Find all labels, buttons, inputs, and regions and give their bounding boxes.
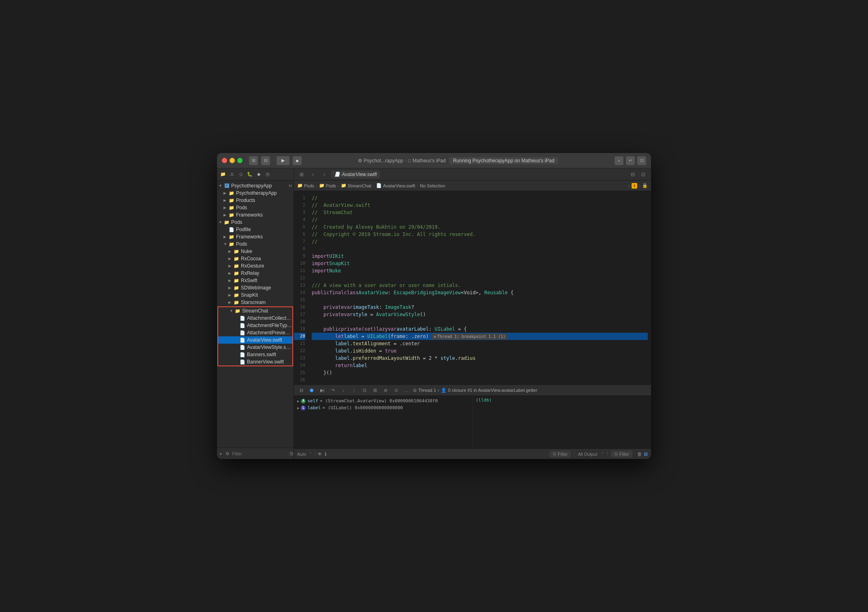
info-icon[interactable]: ℹ (325, 451, 327, 457)
tree-item-banners[interactable]: ▶ 📄 Banners.swift (218, 351, 292, 358)
tree-item-rxgesture[interactable]: ▶ 📁 RxGesture (217, 262, 294, 270)
debug-breadcrumb: ⊙ Thread 1 › 👤 0 closure #1 in AvatarVie… (413, 388, 537, 393)
back-btn[interactable]: ‹ (308, 170, 317, 179)
line-num-16: 16 (294, 304, 305, 311)
panel-icon[interactable]: ⊟ (261, 156, 270, 165)
tree-item-pods-root[interactable]: ▼ 📁 Pods (217, 219, 294, 226)
step-into-btn[interactable]: ↓ (339, 386, 347, 394)
minimize-button[interactable] (230, 158, 235, 163)
add-item-icon[interactable]: + (219, 450, 222, 457)
forward-nav-icon[interactable]: › (639, 183, 640, 189)
add-button[interactable]: + (615, 156, 623, 165)
tree-item-rxswift[interactable]: ▶ 📁 RxSwift (217, 277, 294, 284)
var-name-self: self (307, 398, 318, 404)
split-view-btn[interactable]: ⊟ (628, 170, 637, 179)
fullscreen-button[interactable] (237, 158, 243, 163)
editor-area: ⊞ ‹ › 📄 AvatarView.swift ⊟ ⊡ 📁 Pods (294, 168, 651, 459)
item-label: Pods (236, 205, 294, 210)
line-num-8: 8 (294, 245, 305, 253)
code-line-6: // Copyright © 2019 Stream.io Inc. All r… (312, 231, 648, 238)
line-num-25: 25 (294, 369, 305, 376)
sep3: › (373, 183, 374, 188)
editor-tab-avatarview[interactable]: 📄 AvatarView.swift (331, 170, 380, 178)
breakpoint-btn[interactable]: ⬟ (308, 386, 316, 394)
stop-button[interactable]: ■ (293, 156, 302, 165)
tree-item-rxcocoa[interactable]: ▶ 📁 RxCocoa (217, 255, 294, 262)
split-console-icon[interactable]: ⊞ (644, 451, 648, 457)
run-button[interactable]: ▶ (277, 156, 289, 165)
bottom-filter2[interactable]: ⊙ Filter (611, 450, 632, 457)
debug-mem-btn[interactable]: ⊡ (360, 386, 368, 394)
tree-item-streamchat[interactable]: ▼ 📁 StreamChat (218, 307, 292, 314)
trash-icon[interactable]: 🗑 (637, 451, 642, 457)
tree-item-attachmentpreview[interactable]: ▶ 📄 AttachmentPreview.s... (218, 329, 292, 336)
tree-item-psychotherapyapp[interactable]: ▶ 📁 PsychotherapyApp (217, 189, 294, 197)
var-value-self: = (StreamChat.AvatarView) 0x000000010644… (320, 398, 438, 404)
item-label: AvatarView.swift (247, 337, 292, 343)
arrow: ▶ (228, 300, 233, 304)
expand-arrow: ▼ (219, 184, 223, 188)
app-icon: ⚙ (358, 158, 362, 164)
tree-item-frameworks2[interactable]: ▶ 📁 Frameworks (217, 233, 294, 240)
tree-item-pods-nested[interactable]: ▼ 📁 Pods (217, 240, 294, 248)
tree-root[interactable]: ▼ 🅿 PsychotherapyApp M (217, 182, 294, 189)
debug-sim-btn[interactable]: ⊞ (371, 386, 379, 394)
code-line-23: label.preferredMaxLayoutWidth = 2 * styl… (312, 355, 648, 362)
code-line-9: import UIKit (312, 253, 648, 260)
tree-item-bannerview[interactable]: ▶ 📄 BannerView.swift (218, 358, 292, 366)
item-label: RxSwift (241, 278, 294, 283)
line-num-7: 7 (294, 238, 305, 245)
grid-view-btn[interactable]: ⊞ (297, 170, 306, 179)
warning-icon[interactable]: ⚠ (228, 171, 236, 178)
sep4: › (417, 183, 419, 188)
code-line-16: private var imageTask: ImageTask? (312, 304, 648, 311)
sidebar-toggle-icon[interactable]: ⊞ (249, 156, 258, 165)
test-icon[interactable]: ◇ (237, 171, 245, 178)
debug-icon[interactable]: 🐛 (246, 171, 253, 178)
tree-item-avatarviewstyle[interactable]: ▶ 📄 AvatarViewStyle.swift (218, 344, 292, 351)
code-editor[interactable]: 1 2 3 4 5 6 7 8 9 10 11 12 13 14 15 16 1 (294, 191, 651, 385)
folder-icon[interactable]: 📁 (219, 171, 227, 178)
tree-item-attachmentfiletype[interactable]: ▶ 📄 AttachmentFileType+E... (218, 322, 292, 329)
tree-item-rxrelay[interactable]: ▶ 📁 RxRelay (217, 270, 294, 277)
back-forward-icon[interactable]: ↵ (626, 156, 635, 165)
layout-debug-btn[interactable]: ⊟ (297, 386, 305, 394)
step-out-btn[interactable]: ↑ (350, 386, 358, 394)
forward-btn[interactable]: › (320, 170, 329, 179)
line-num-20: 20 (294, 333, 305, 340)
bottom-filter1[interactable]: ⊙ Filter (549, 450, 571, 457)
tree-item-nuke[interactable]: ▶ 📁 Nuke (217, 248, 294, 255)
breadcrumb-nav-btns: ‹ ! › 🔒 (628, 183, 648, 189)
step-over-btn[interactable]: ↷ (329, 386, 337, 394)
continue-btn[interactable]: ▶| (318, 386, 326, 394)
eye-icon[interactable]: 👁 (317, 451, 322, 457)
code-line-26 (312, 376, 648, 384)
tree-item-frameworks1[interactable]: ▶ 📁 Frameworks (217, 211, 294, 219)
tree-item-sdwebimage[interactable]: ▶ 📁 SDWebImage (217, 284, 294, 291)
tree-item-snapkit[interactable]: ▶ 📁 SnapKit (217, 291, 294, 299)
item-label: SnapKit (241, 292, 294, 298)
tree-item-starscream[interactable]: ▶ 📁 Starscream (217, 299, 294, 306)
folder-icon: 📁 (233, 299, 240, 306)
tree-item-products[interactable]: ▶ 📁 Products (217, 197, 294, 204)
history-icon[interactable]: ◷ (264, 171, 271, 178)
breakpoint-icon[interactable]: ◆ (255, 171, 262, 178)
authors-btn[interactable]: ⊡ (639, 170, 648, 179)
arrow: ▶ (228, 278, 233, 283)
tree-item-avatarview[interactable]: ▶ 📄 AvatarView.swift (218, 336, 292, 344)
history-icon2[interactable]: ◷ (289, 450, 294, 457)
filter-input[interactable] (232, 451, 288, 456)
lock-icon: 🔒 (642, 183, 648, 189)
debug-area: ▶ A self = (StreamChat.AvatarView) 0x000… (294, 396, 651, 448)
debug-extra-btn[interactable]: ... (402, 386, 411, 394)
tree-item-podfile[interactable]: ▶ 📄 Podfile (217, 226, 294, 233)
layout-icon[interactable]: ⊡ (637, 156, 646, 165)
code-content: // // AvatarView.swift // StreamChat // … (308, 191, 651, 385)
code-line-4: // (312, 216, 648, 223)
debug-gpu-btn[interactable]: ⊛ (381, 386, 389, 394)
tree-item-pods1[interactable]: ▶ 📁 Pods (217, 204, 294, 211)
close-button[interactable] (222, 158, 227, 163)
debug-env-btn[interactable]: ⊙ (392, 386, 400, 394)
back-nav-icon[interactable]: ‹ (628, 183, 630, 189)
tree-item-attachmentcollection[interactable]: ▶ 📄 AttachmentCollection... (218, 314, 292, 322)
